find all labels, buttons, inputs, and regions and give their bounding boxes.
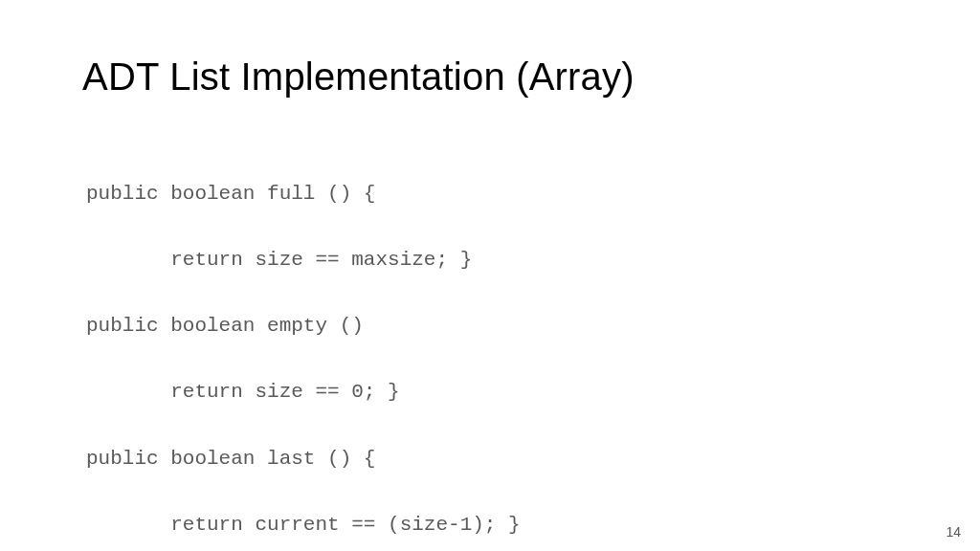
code-line: return current == (size-1); } [86,509,898,542]
code-line: public boolean empty () [86,310,898,343]
code-line: public boolean last () { [86,443,898,476]
code-line: return size == 0; } [86,376,898,409]
code-block: public boolean full () { return size == … [82,144,898,551]
code-line: return size == maxsize; } [86,244,898,277]
slide: ADT List Implementation (Array) public b… [0,0,980,551]
slide-title: ADT List Implementation (Array) [82,55,898,99]
page-number: 14 [946,524,961,540]
code-line: public boolean full () { [86,178,898,211]
